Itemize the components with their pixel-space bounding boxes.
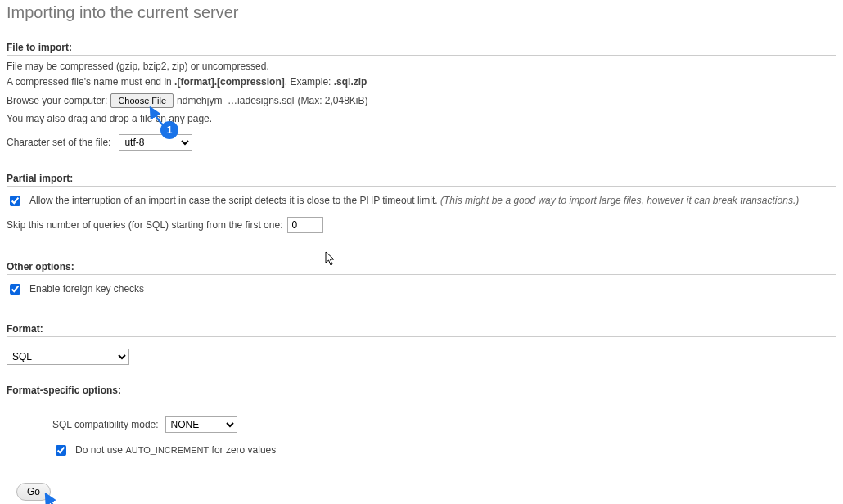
fso-label: Format-specific options: (7, 385, 836, 398)
file-import-label: File to import: (7, 42, 836, 56)
format-label: Format: (7, 323, 836, 337)
go-button[interactable]: Go (16, 483, 51, 501)
foreign-key-label: Enable foreign key checks (29, 283, 144, 295)
allow-interruption-hint: (This might be a good way to import larg… (440, 195, 799, 206)
sql-compat-select[interactable]: NONE (165, 416, 237, 433)
allow-interruption-text: Allow the interruption of an import in c… (29, 195, 440, 206)
charset-select[interactable]: utf-8 (119, 134, 192, 151)
other-options-label: Other options: (7, 261, 836, 275)
page-title: Importing into the current server (7, 3, 836, 22)
compress-info-2: A compressed file's name must end in .[f… (7, 76, 836, 89)
no-autoincrement-label: Do not use AUTO_INCREMENT for zero value… (75, 444, 276, 456)
sql-compat-label: SQL compatibility mode: (52, 419, 159, 430)
partial-import-label: Partial import: (7, 173, 836, 187)
drag-drop-info: You may also drag and drop a file on any… (7, 113, 836, 126)
skip-queries-input[interactable] (287, 217, 323, 233)
format-select[interactable]: SQL (7, 349, 129, 365)
compress-info-1: File may be compressed (gzip, bzip2, zip… (7, 61, 836, 74)
browse-label: Browse your computer: (7, 95, 107, 106)
selected-filename: ndmehjym_…iadesigns.sql (177, 95, 294, 106)
allow-interruption-checkbox[interactable] (10, 196, 20, 206)
skip-queries-label: Skip this number of queries (for SQL) st… (7, 219, 282, 231)
max-size-label: (Max: 2,048KiB) (298, 95, 368, 106)
foreign-key-checkbox[interactable] (10, 284, 20, 295)
no-autoincrement-checkbox[interactable] (56, 445, 66, 456)
charset-label: Character set of the file: (7, 137, 110, 148)
choose-file-button[interactable]: Choose File (110, 93, 174, 108)
